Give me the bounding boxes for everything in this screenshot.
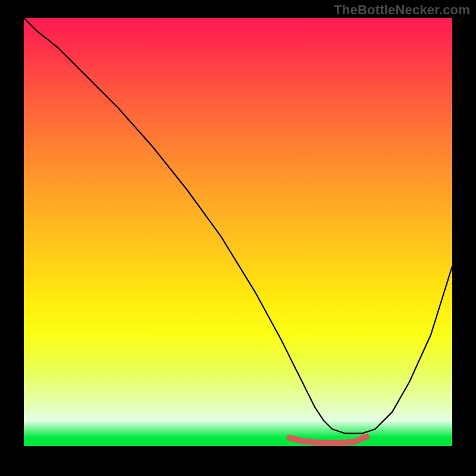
watermark-text: TheBottleNecker.com	[334, 2, 470, 18]
chart-frame: TheBottleNecker.com	[0, 0, 476, 476]
bottleneck-curve	[24, 18, 452, 433]
highlight-segment	[289, 437, 367, 443]
curve-layer	[24, 18, 452, 446]
plot-area	[24, 18, 452, 446]
